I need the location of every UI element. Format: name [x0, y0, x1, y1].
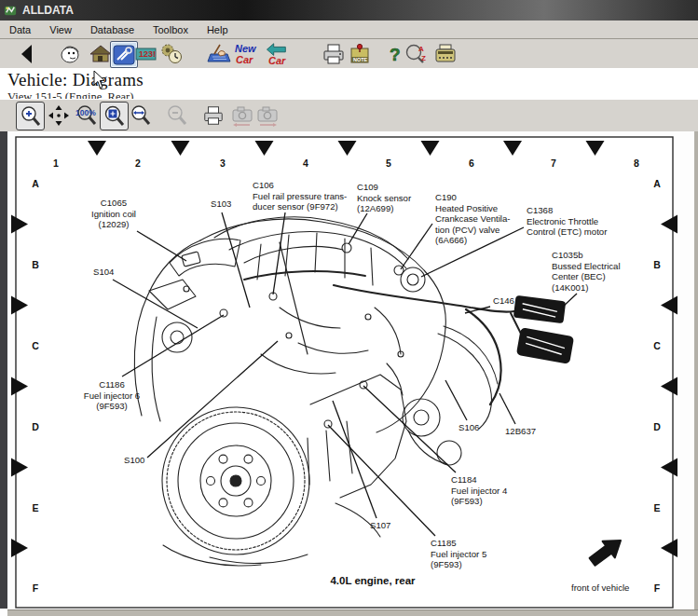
zoom-out-button[interactable]	[163, 102, 190, 129]
grid-row-label-right: E	[653, 502, 660, 513]
diagram-viewport[interactable]: 4.0L engine, rear front of vehicle 12345…	[0, 131, 698, 616]
printer-icon	[322, 42, 346, 66]
callout-text-line: Knock sensor	[357, 193, 412, 203]
zoom-fit-icon	[103, 105, 126, 128]
notes-button[interactable]: NOTE	[347, 41, 373, 66]
zoom-out-icon	[166, 104, 188, 127]
menubar: DataViewDatabaseToolboxHelp	[0, 21, 698, 39]
callout-text-line: C1185	[431, 538, 457, 548]
zoom-100-text: 100%	[75, 108, 96, 117]
zoom-100-button[interactable]: 100%	[73, 102, 100, 129]
search-index-button[interactable]: A Z	[404, 41, 431, 66]
callout-text-line: C106	[253, 180, 274, 190]
back-arrow-icon	[19, 44, 34, 64]
search-az-icon: A Z	[404, 42, 431, 66]
diagram-caption: 4.0L engine, rear	[330, 575, 416, 586]
callout-text-line: C1184	[451, 474, 477, 485]
zoom-in-button[interactable]	[16, 102, 45, 130]
grid-row-label-right: F	[654, 582, 661, 594]
callout-text-line: Crankcase Ventila-	[435, 213, 511, 224]
grid-row-label-left: D	[32, 421, 39, 432]
callout-text-line: Electronic Throttle	[527, 216, 598, 226]
callout-text-line: S104	[93, 267, 115, 277]
grid-row-label-left: A	[32, 178, 39, 189]
callout-text-line: 12B637	[505, 426, 536, 436]
callout-text-line: S106	[458, 422, 479, 432]
callout-text-line: Fuel injector 4	[451, 486, 508, 496]
grid-column-label: 5	[386, 157, 391, 169]
svg-text:123!: 123!	[139, 49, 156, 59]
titlebar: ALLDATA	[0, 0, 698, 21]
pan-button[interactable]	[45, 102, 72, 129]
callout-text-line: C1065	[101, 198, 127, 208]
gear-clock-icon	[159, 42, 184, 66]
note-icon: NOTE	[348, 42, 372, 66]
menu-data[interactable]: Data	[0, 22, 40, 37]
zoom-width-icon	[130, 104, 152, 127]
callout-text-line: (6A666)	[435, 235, 467, 245]
page-title: Vehicle: Diagrams	[7, 70, 144, 90]
parts-button[interactable]: 123!	[133, 41, 159, 66]
print-view-button[interactable]	[199, 102, 226, 129]
back-button[interactable]	[13, 41, 39, 66]
front-of-vehicle-label: front of vehicle	[571, 582, 629, 593]
main-toolbar: 123! New Car Car	[0, 39, 698, 69]
window-right-edge	[694, 131, 698, 616]
grid-column-label: 6	[469, 157, 474, 169]
new-car-text-bottom: Car	[236, 54, 253, 65]
callout-text-line: C109	[357, 182, 378, 192]
next-image-button[interactable]	[253, 102, 281, 129]
callout-text-line: Bussed Electrical	[552, 261, 621, 271]
callout-text-line: Ignition coil	[91, 209, 136, 219]
callout-text-line: tion (PCV) valve	[435, 225, 500, 235]
tech-assist-button[interactable]	[58, 41, 84, 66]
menu-help[interactable]: Help	[198, 22, 238, 37]
zoom-in-icon	[20, 105, 42, 128]
help-glyph: ?	[390, 45, 401, 64]
mouse-cursor	[93, 71, 106, 89]
zoom-fit-button[interactable]	[100, 102, 129, 130]
callout-text-line: Fuel injector 6	[84, 390, 140, 401]
previous-image-button[interactable]	[228, 102, 255, 129]
callout-text-line: Heated Positive	[435, 203, 498, 213]
callout-text-line: (12029)	[98, 219, 129, 229]
grid-column-label: 7	[551, 157, 556, 169]
callout-text-line: S103	[211, 198, 231, 209]
help-icon: ?	[385, 42, 405, 66]
grid-row-label-right: A	[653, 178, 661, 189]
hand-keyboard-icon	[205, 42, 231, 66]
new-car-icon: New Car	[233, 42, 259, 66]
grid-column-label: 1	[53, 157, 59, 169]
search-a-text: A	[418, 45, 424, 53]
callout-text-line: Control (ETC) motor	[527, 226, 608, 237]
zoom-100-icon: 100%	[75, 104, 99, 127]
callout-text-line: C1368	[527, 205, 553, 215]
previous-car-button[interactable]: Car	[263, 41, 289, 66]
app-icon	[4, 4, 18, 18]
pan-arrows-icon	[48, 104, 70, 127]
new-car-button[interactable]: New Car	[233, 41, 259, 66]
callout-text-line: C1186	[99, 379, 125, 390]
labor-button[interactable]	[205, 41, 231, 66]
callout-text-line: (9F593)	[431, 559, 462, 569]
note-text: NOTE	[353, 57, 368, 62]
print-button[interactable]	[321, 41, 347, 66]
parts-list-icon: 123!	[134, 42, 158, 66]
grid-row-label-left: B	[32, 259, 39, 270]
cash-register-icon	[432, 42, 458, 66]
callout-text-line: Fuel injector 5	[431, 549, 486, 559]
window-left-edge	[0, 131, 7, 609]
camera-previous-icon	[230, 103, 254, 128]
grid-row-label-right: B	[653, 259, 661, 270]
zoom-width-button[interactable]	[127, 102, 154, 129]
menu-view[interactable]: View	[40, 22, 81, 37]
maintenance-button[interactable]	[158, 41, 185, 66]
previous-car-text: Car	[268, 55, 286, 66]
new-car-text-top: New	[235, 43, 257, 54]
callout-text-line: C190	[435, 192, 457, 202]
previous-car-icon: Car	[263, 42, 289, 66]
window-bottom-edge	[7, 609, 698, 616]
menu-toolbox[interactable]: Toolbox	[144, 22, 198, 37]
menu-database[interactable]: Database	[81, 22, 144, 37]
estimate-button[interactable]	[432, 41, 458, 66]
